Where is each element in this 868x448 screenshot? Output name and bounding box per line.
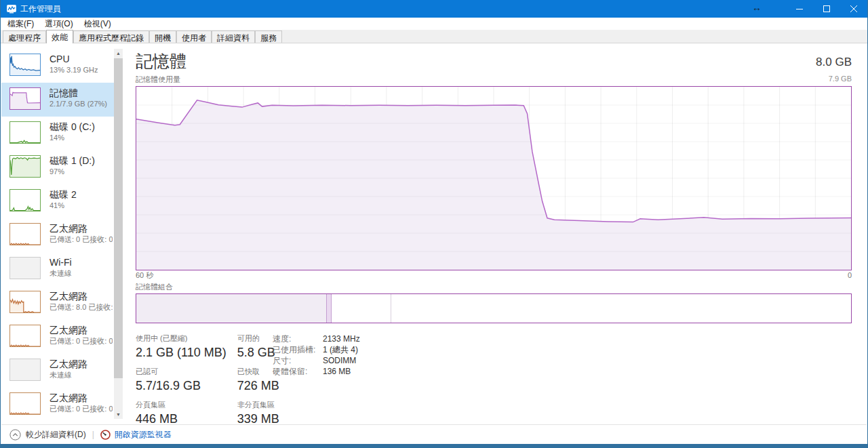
menu-options[interactable]: 選項(O) <box>39 18 78 30</box>
stat-label: 使用中 (已壓縮) <box>136 334 226 343</box>
maximize-icon <box>823 5 830 12</box>
sidebar-item-title: CPU <box>50 54 113 65</box>
tab-4[interactable]: 開機 <box>149 30 176 43</box>
total-memory-label: 8.0 GB <box>816 56 852 69</box>
fewer-details-button[interactable]: 較少詳細資料(D) <box>26 429 86 441</box>
time-span-label: 60 秒 <box>136 271 153 280</box>
sidebar-item-disk-1[interactable]: 磁碟 1 (D:)97% <box>1 150 114 184</box>
info-label: 已使用插槽: <box>273 346 317 354</box>
tab-bar: 處理程序效能應用程式歷程記錄開機使用者詳細資料服務 <box>1 30 867 43</box>
mini-chart-disk-0 <box>9 121 41 144</box>
sidebar-item-subtitle: 已傳送: 0 已接收: 0 K <box>50 404 113 413</box>
menu-view[interactable]: 檢視(V) <box>79 18 117 30</box>
time-zero-label: 0 <box>848 271 852 280</box>
sidebar-item-subtitle: 未連線 <box>50 268 113 278</box>
tab-7[interactable]: 服務 <box>255 30 282 43</box>
info-value: SODIMM <box>323 357 360 365</box>
stat-value: 2.1 GB (110 MB) <box>136 345 226 360</box>
memory-usage-chart <box>136 86 852 270</box>
memory-panel: 記憶體 8.0 GB 記憶體使用量 7.9 GB 60 秒 0 記憶體組合 使 <box>130 43 867 424</box>
sidebar-item-cpu[interactable]: CPU13% 3.19 GHz <box>1 49 114 83</box>
sidebar-item-title: 記憶體 <box>50 87 113 99</box>
scroll-up-icon[interactable]: ▲ <box>114 49 123 58</box>
menu-bar: 檔案(F) 選項(O) 檢視(V) <box>1 18 867 30</box>
stat-value: 726 MB <box>237 378 279 393</box>
sidebar-item-title: 磁碟 0 (C:) <box>50 121 113 133</box>
sidebar-item-subtitle: 13% 3.19 GHz <box>50 65 113 75</box>
resource-monitor-icon[interactable] <box>100 430 111 440</box>
sidebar-item-ethernet-3[interactable]: 乙太網路已傳送: 0 已接收: 0 K <box>1 320 114 354</box>
sidebar-item-subtitle: 已傳送: 8.0 已接收: 8 <box>50 302 113 312</box>
stat-label: 已認可 <box>136 367 226 376</box>
window-title: 工作管理員 <box>20 3 61 15</box>
hardware-info-list: 速度:2133 MHz已使用插槽:1 (總共 4)尺寸:SODIMM硬體保留:1… <box>273 335 360 376</box>
memory-stats: 使用中 (已壓縮)2.1 GB (110 MB)可用的5.8 GB已認可5.7/… <box>136 334 852 426</box>
tab-3[interactable]: 應用程式歷程記錄 <box>73 30 149 43</box>
tab-6[interactable]: 詳細資料 <box>212 30 255 43</box>
sidebar-item-title: 乙太網路 <box>50 359 113 370</box>
memory-composition-bar <box>136 293 852 323</box>
mini-chart-ethernet-2 <box>9 291 41 313</box>
window-bottom-border <box>1 444 867 448</box>
page-title: 記憶體 <box>136 50 186 72</box>
title-bar: 工作管理員 ↔ <box>1 0 867 18</box>
sidebar-item-disk-0[interactable]: 磁碟 0 (C:)14% <box>1 117 114 150</box>
sidebar-item-title: 乙太網路 <box>50 392 113 404</box>
mini-chart-disk-1 <box>9 155 41 178</box>
stat-0: 使用中 (已壓縮)2.1 GB (110 MB) <box>136 334 226 360</box>
close-button[interactable] <box>840 0 867 18</box>
sidebar-item-wifi[interactable]: Wi-Fi未連線 <box>1 252 114 286</box>
sidebar-item-subtitle: 已傳送: 0 已接收: 0 K <box>50 235 113 244</box>
info-label: 速度: <box>273 335 317 344</box>
sidebar-scrollbar[interactable]: ▲ ▼ <box>114 49 123 419</box>
sidebar-item-subtitle: 97% <box>50 167 113 176</box>
stats-grid: 使用中 (已壓縮)2.1 GB (110 MB)可用的5.8 GB已認可5.7/… <box>136 334 279 426</box>
task-manager-window: 工作管理員 ↔ 檔案(F) 選項(O) 檢視(V) 處理程序效能應用程式歷程記錄… <box>0 0 868 448</box>
minimize-button[interactable] <box>786 0 813 18</box>
tab-2[interactable]: 效能 <box>46 30 73 43</box>
sidebar-item-ethernet-5[interactable]: 乙太網路已傳送: 0 已接收: 0 K <box>1 388 114 422</box>
sidebar-item-ethernet-1[interactable]: 乙太網路已傳送: 0 已接收: 0 K <box>1 218 114 252</box>
chevron-up-circle-icon[interactable] <box>9 429 21 441</box>
composition-in-use-segment <box>136 294 326 323</box>
mini-chart-memory <box>9 87 41 110</box>
stat-value: 5.7/16.9 GB <box>136 378 226 393</box>
tab-1[interactable]: 處理程序 <box>3 30 46 43</box>
close-icon <box>850 5 857 12</box>
usage-chart-label: 記憶體使用量 <box>136 75 180 85</box>
resize-cursor-icon: ↔ <box>752 2 762 13</box>
sidebar-item-ethernet-2[interactable]: 乙太網路已傳送: 8.0 已接收: 8 <box>1 286 114 320</box>
tab-5[interactable]: 使用者 <box>176 30 212 43</box>
sidebar-item-disk-2[interactable]: 磁碟 241% <box>1 184 114 218</box>
mini-chart-ethernet-1 <box>9 223 41 245</box>
info-value: 136 MB <box>323 367 360 376</box>
stat-2: 已認可5.7/16.9 GB <box>136 367 226 393</box>
mini-chart-wifi <box>9 257 41 279</box>
usage-max-label: 7.9 GB <box>829 75 852 85</box>
scrollbar-thumb[interactable] <box>114 58 123 378</box>
scroll-down-icon[interactable]: ▼ <box>114 410 123 419</box>
maximize-button[interactable] <box>813 0 840 18</box>
footer-bar: 較少詳細資料(D) | 開啟資源監視器 <box>1 424 867 444</box>
sidebar-item-subtitle: 已傳送: 0 已接收: 0 K <box>50 336 113 346</box>
stat-5: 非分頁集區339 MB <box>237 401 279 426</box>
sidebar-item-title: 乙太網路 <box>50 223 113 235</box>
open-resource-monitor-link[interactable]: 開啟資源監視器 <box>115 429 172 441</box>
mini-chart-cpu <box>9 54 41 76</box>
info-label: 硬體保留: <box>273 367 317 376</box>
composition-label: 記憶體組合 <box>136 282 852 292</box>
stat-label: 非分頁集區 <box>237 401 279 409</box>
menu-file[interactable]: 檔案(F) <box>2 18 39 30</box>
sidebar-list: CPU13% 3.19 GHz記憶體2.1/7.9 GB (27%)磁碟 0 (… <box>1 49 114 422</box>
sidebar-item-subtitle: 41% <box>50 201 113 210</box>
mini-chart-ethernet-3 <box>9 325 41 347</box>
sidebar-item-title: 磁碟 2 <box>50 189 113 201</box>
stat-label: 分頁集區 <box>136 401 226 409</box>
performance-content: CPU13% 3.19 GHz記憶體2.1/7.9 GB (27%)磁碟 0 (… <box>1 43 867 424</box>
sidebar-item-subtitle: 2.1/7.9 GB (27%) <box>50 99 113 108</box>
sidebar-item-memory[interactable]: 記憶體2.1/7.9 GB (27%) <box>1 83 114 117</box>
sidebar-item-title: 磁碟 1 (D:) <box>50 155 113 167</box>
sidebar-item-subtitle: 14% <box>50 133 113 142</box>
info-label: 尺寸: <box>273 357 317 365</box>
sidebar-item-ethernet-4[interactable]: 乙太網路未連線 <box>1 354 114 388</box>
